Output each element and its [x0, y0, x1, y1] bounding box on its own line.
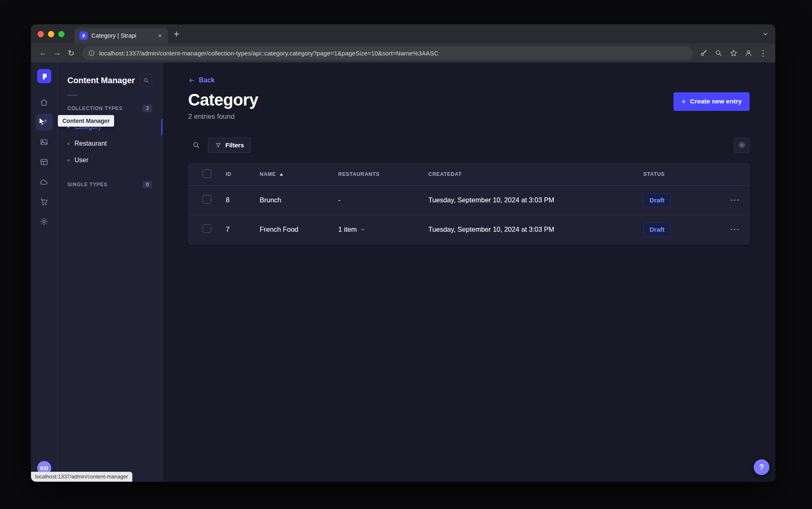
window-zoom-button[interactable] [58, 31, 64, 37]
active-item-indicator [161, 119, 162, 135]
zoom-icon[interactable] [712, 46, 726, 60]
column-header-status[interactable]: STATUS [643, 171, 722, 177]
new-tab-button[interactable]: + [174, 29, 179, 39]
cell-name: Brunch [260, 196, 338, 204]
main-content: Back Category 2 entries found + Create n… [162, 62, 775, 482]
toolbar-actions: ⋮ [697, 46, 770, 60]
subnav-divider [67, 95, 77, 96]
single-types-count-badge: 0 [143, 181, 152, 188]
single-types-section: SINGLE TYPES 0 [57, 179, 162, 190]
nav-home-icon[interactable] [36, 94, 53, 110]
column-header-createdat[interactable]: CREATEDAT [428, 171, 643, 177]
status-bar-link: localhost:1337/admin/content-manager [31, 472, 132, 482]
nav-settings-gear-icon[interactable] [36, 213, 53, 230]
view-settings-button[interactable] [734, 137, 750, 153]
help-button[interactable]: ? [754, 459, 769, 475]
collection-types-label: COLLECTION TYPES [67, 106, 122, 111]
sidebar-item-user[interactable]: User [57, 152, 162, 168]
filter-funnel-icon [215, 142, 222, 149]
forward-button[interactable]: → [50, 46, 64, 60]
strapi-logo[interactable] [37, 69, 51, 83]
browser-tab[interactable]: Category | Strapi × [74, 28, 168, 43]
collection-types-count-badge: 3 [143, 105, 152, 112]
column-header-restaurants[interactable]: RESTAURANTS [338, 171, 428, 177]
subnav-search-button[interactable] [140, 74, 152, 86]
nav-deploy-cloud-icon[interactable] [36, 173, 53, 190]
cell-id: 8 [226, 196, 260, 204]
table-header-row: ID NAME RESTAURANTS CREATEDAT STATUS [189, 163, 749, 185]
arrow-left-icon [188, 77, 195, 84]
bullet-icon [67, 159, 69, 161]
collection-types-section: COLLECTION TYPES 3 [57, 103, 162, 114]
url-text: localhost:1337/admin/content-manager/col… [99, 50, 439, 57]
browser-menu-icon[interactable]: ⋮ [756, 46, 770, 60]
plus-icon: + [681, 98, 686, 106]
status-badge: Draft [643, 193, 671, 207]
filters-button[interactable]: Filters [208, 137, 251, 153]
filters-label: Filters [225, 142, 244, 149]
table-row[interactable]: 8 Brunch - Tuesday, September 10, 2024 a… [189, 185, 749, 215]
window-minimize-button[interactable] [48, 31, 54, 37]
entries-count: 2 entries found [188, 113, 258, 121]
sidebar-item-restaurant[interactable]: Restaurant [57, 135, 162, 152]
column-header-name[interactable]: NAME [260, 171, 276, 177]
row-checkbox[interactable] [203, 224, 211, 233]
select-all-checkbox[interactable] [203, 169, 211, 178]
row-actions-menu[interactable]: ··· [730, 225, 740, 234]
strapi-app: KD Content Manager COLLECTION TYPES 3 Ca… [31, 62, 775, 482]
cell-createdat: Tuesday, September 10, 2024 at 3:03 PM [428, 196, 643, 204]
nav-marketplace-cart-icon[interactable] [36, 193, 53, 210]
create-new-entry-button[interactable]: + Create new entry [673, 92, 750, 111]
profile-icon[interactable] [741, 46, 755, 60]
page-title: Category [188, 91, 258, 109]
cell-createdat: Tuesday, September 10, 2024 at 3:03 PM [428, 226, 643, 233]
bookmark-star-icon[interactable] [726, 46, 740, 60]
cell-id: 7 [226, 226, 260, 233]
browser-toolbar: ← → ↻ localhost:1337/admin/content-manag… [31, 43, 775, 62]
browser-window: Category | Strapi × + ← → ↻ localhost:13… [31, 24, 775, 482]
entries-table: ID NAME RESTAURANTS CREATEDAT STATUS 8 [188, 163, 750, 245]
browser-tab-strip: Category | Strapi × + [31, 24, 775, 43]
site-info-icon[interactable] [88, 50, 95, 57]
sidebar-item-label: Restaurant [74, 140, 107, 147]
back-link[interactable]: Back [188, 77, 215, 84]
tab-strip-chevron-icon[interactable] [762, 31, 769, 37]
mouse-cursor [38, 117, 46, 126]
subnav-title: Content Manager [67, 76, 135, 85]
bullet-icon [67, 143, 69, 145]
create-button-label: Create new entry [690, 98, 742, 105]
row-actions-menu[interactable]: ··· [730, 196, 740, 204]
status-badge: Draft [643, 223, 671, 237]
nav-content-type-builder-icon[interactable] [36, 154, 53, 170]
strapi-favicon-icon [79, 31, 88, 40]
tab-close-icon[interactable]: × [156, 31, 164, 40]
table-row[interactable]: 7 French Food 1 item Tuesday, September … [189, 215, 749, 244]
cell-name: French Food [260, 226, 338, 233]
password-key-icon[interactable] [697, 46, 711, 60]
gear-icon [738, 141, 746, 149]
chevron-down-icon[interactable] [360, 227, 365, 232]
row-checkbox[interactable] [203, 195, 211, 204]
sidebar-item-label: User [74, 156, 88, 164]
sort-ascending-icon[interactable] [279, 173, 284, 176]
cell-restaurants: 1 item [338, 226, 357, 233]
back-label: Back [199, 77, 215, 84]
content-manager-tooltip: Content Manager [58, 115, 114, 127]
nav-media-library-icon[interactable] [36, 134, 53, 150]
single-types-label: SINGLE TYPES [67, 182, 107, 187]
window-controls [38, 31, 64, 37]
window-close-button[interactable] [38, 31, 44, 37]
back-button[interactable]: ← [36, 46, 50, 60]
table-search-button[interactable] [188, 137, 204, 153]
cell-restaurants: - [338, 196, 428, 204]
tab-title: Category | Strapi [91, 32, 153, 39]
address-bar[interactable]: localhost:1337/admin/content-manager/col… [82, 46, 693, 60]
reload-button[interactable]: ↻ [64, 46, 78, 60]
column-header-id[interactable]: ID [226, 171, 260, 177]
